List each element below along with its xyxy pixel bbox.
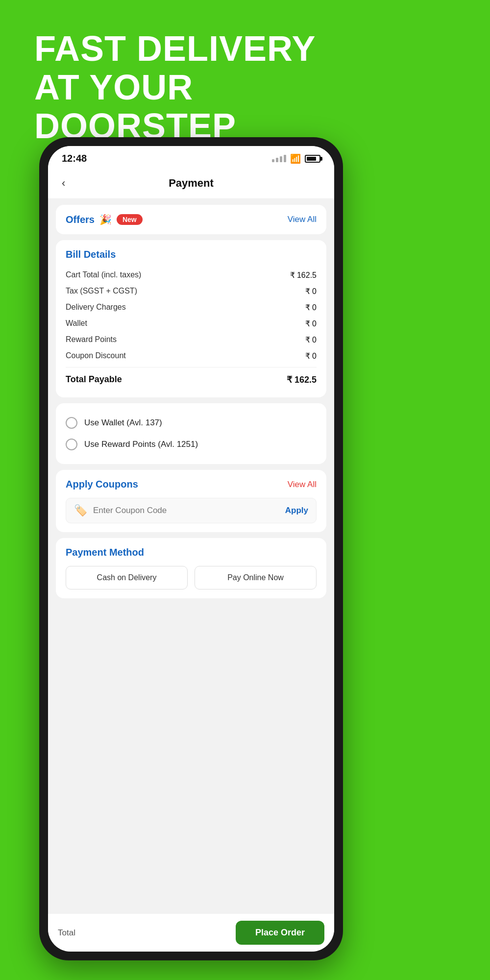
bill-row-tax: Tax (SGST + CGST) ₹ 0: [66, 283, 317, 299]
pay-online-label: Pay Online Now: [227, 573, 284, 582]
coupons-header: Apply Coupons View All: [66, 479, 317, 490]
payment-method-card: Payment Method Cash on Delivery Pay Onli…: [56, 538, 326, 598]
bill-row-total: Total Payable ₹ 162.5: [66, 367, 317, 389]
payment-options: Cash on Delivery Pay Online Now: [66, 566, 317, 589]
phone-screen: 12:48 📶 ‹ Payment Offers: [48, 146, 334, 952]
status-icons: 📶: [272, 153, 320, 164]
new-badge: New: [117, 214, 143, 225]
phone-frame: 12:48 📶 ‹ Payment Offers: [39, 137, 343, 960]
pay-online-option[interactable]: Pay Online Now: [195, 566, 317, 589]
bill-label-tax: Tax (SGST + CGST): [66, 287, 137, 296]
offers-left: Offers 🎉 New: [66, 214, 143, 225]
bill-amount-total: ₹ 162.5: [287, 374, 317, 385]
bottom-bar: Total Place Order: [48, 914, 334, 952]
bill-amount-coupon: ₹ 0: [305, 351, 317, 361]
rewards-radio[interactable]: [66, 439, 77, 450]
wallet-option-label: Use Wallet (Avl. 137): [84, 418, 162, 428]
coupon-input-row: 🏷️ Apply: [66, 498, 317, 523]
bill-amount-tax: ₹ 0: [305, 287, 317, 296]
wallet-option-row[interactable]: Use Wallet (Avl. 137): [66, 412, 317, 434]
bill-row-cart: Cart Total (incl. taxes) ₹ 162.5: [66, 267, 317, 283]
bill-amount-cart: ₹ 162.5: [290, 270, 317, 280]
hero-headline: FAST DELIVERY AT YOUR DOORSTEP: [34, 29, 328, 146]
bill-label-total: Total Payable: [66, 374, 122, 385]
offers-label: Offers: [66, 214, 95, 225]
status-time: 12:48: [62, 153, 87, 164]
status-bar: 12:48 📶: [48, 146, 334, 168]
wallet-radio[interactable]: [66, 417, 77, 429]
rewards-option-row[interactable]: Use Reward Points (Avl. 1251): [66, 434, 317, 455]
bill-row-delivery: Delivery Charges ₹ 0: [66, 299, 317, 316]
coupon-tag-icon: 🏷️: [74, 504, 87, 517]
offers-card: Offers 🎉 New View All: [56, 205, 326, 234]
signal-icon: [272, 155, 286, 162]
back-button[interactable]: ‹: [62, 177, 65, 190]
wallet-options-card: Use Wallet (Avl. 137) Use Reward Points …: [56, 403, 326, 464]
bill-details-title: Bill Details: [66, 249, 317, 260]
battery-icon: [305, 155, 320, 163]
bill-label-wallet: Wallet: [66, 319, 87, 328]
offers-emoji: 🎉: [99, 214, 112, 225]
bill-row-rewards: Reward Points ₹ 0: [66, 332, 317, 348]
coupons-view-all[interactable]: View All: [288, 480, 317, 490]
bill-row-wallet: Wallet ₹ 0: [66, 316, 317, 332]
page-title: Payment: [169, 177, 214, 190]
cash-on-delivery-option[interactable]: Cash on Delivery: [66, 566, 188, 589]
offers-view-all[interactable]: View All: [288, 215, 317, 224]
bill-label-rewards: Reward Points: [66, 335, 117, 344]
coupon-input[interactable]: [93, 506, 279, 515]
bill-label-coupon: Coupon Discount: [66, 351, 126, 361]
bill-amount-delivery: ₹ 0: [305, 303, 317, 312]
bill-amount-wallet: ₹ 0: [305, 319, 317, 328]
coupons-title: Apply Coupons: [66, 479, 138, 490]
bottom-total-label: Total: [58, 928, 75, 938]
apply-coupon-button[interactable]: Apply: [285, 506, 308, 515]
bill-label-cart: Cart Total (incl. taxes): [66, 270, 141, 280]
place-order-button[interactable]: Place Order: [236, 921, 324, 945]
page-header: ‹ Payment: [48, 168, 334, 199]
bill-label-delivery: Delivery Charges: [66, 303, 126, 312]
bill-details-card: Bill Details Cart Total (incl. taxes) ₹ …: [56, 240, 326, 397]
wifi-icon: 📶: [290, 153, 301, 164]
content-area: Offers 🎉 New View All Bill Details Cart …: [48, 199, 334, 604]
coupons-card: Apply Coupons View All 🏷️ Apply: [56, 470, 326, 532]
bill-amount-rewards: ₹ 0: [305, 335, 317, 344]
bill-row-coupon: Coupon Discount ₹ 0: [66, 348, 317, 364]
rewards-option-label: Use Reward Points (Avl. 1251): [84, 440, 198, 449]
payment-method-title: Payment Method: [66, 547, 317, 558]
cash-on-delivery-label: Cash on Delivery: [97, 573, 157, 582]
